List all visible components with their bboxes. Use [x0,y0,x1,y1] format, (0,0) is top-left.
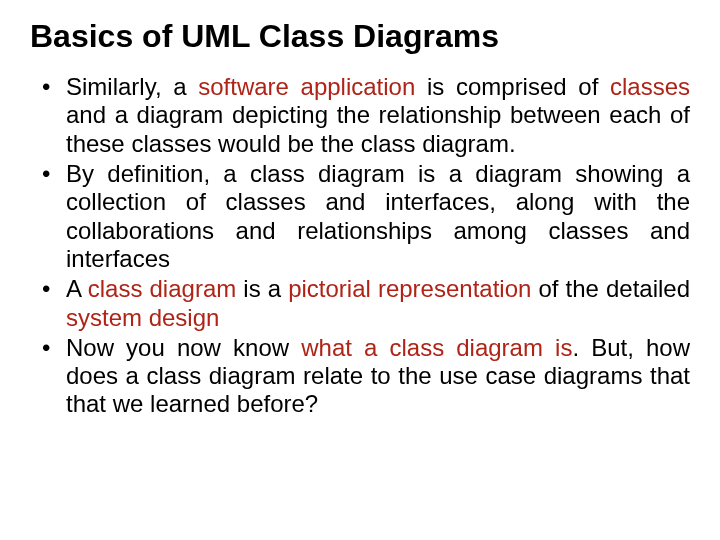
text: A [66,275,88,302]
bullet-item: A class diagram is a pictorial represent… [66,275,690,332]
highlight: what a class diagram is [301,334,572,361]
bullet-item: Similarly, a software application is com… [66,73,690,158]
highlight: software application [198,73,415,100]
text: of the detailed [531,275,690,302]
text: is a [236,275,288,302]
highlight: system design [66,304,219,331]
text: and a diagram depicting the relationship… [66,101,690,156]
slide-title: Basics of UML Class Diagrams [30,18,690,55]
text: Now you now know [66,334,301,361]
bullet-item: Now you now know what a class diagram is… [66,334,690,419]
bullet-list: Similarly, a software application is com… [30,73,690,419]
slide: Basics of UML Class Diagrams Similarly, … [0,0,720,540]
text: Similarly, a [66,73,198,100]
bullet-item: By definition, a class diagram is a diag… [66,160,690,273]
highlight: pictorial representation [288,275,531,302]
highlight: class diagram [88,275,236,302]
text: is comprised of [415,73,610,100]
text: By definition, a class diagram is a diag… [66,160,690,272]
highlight: classes [610,73,690,100]
